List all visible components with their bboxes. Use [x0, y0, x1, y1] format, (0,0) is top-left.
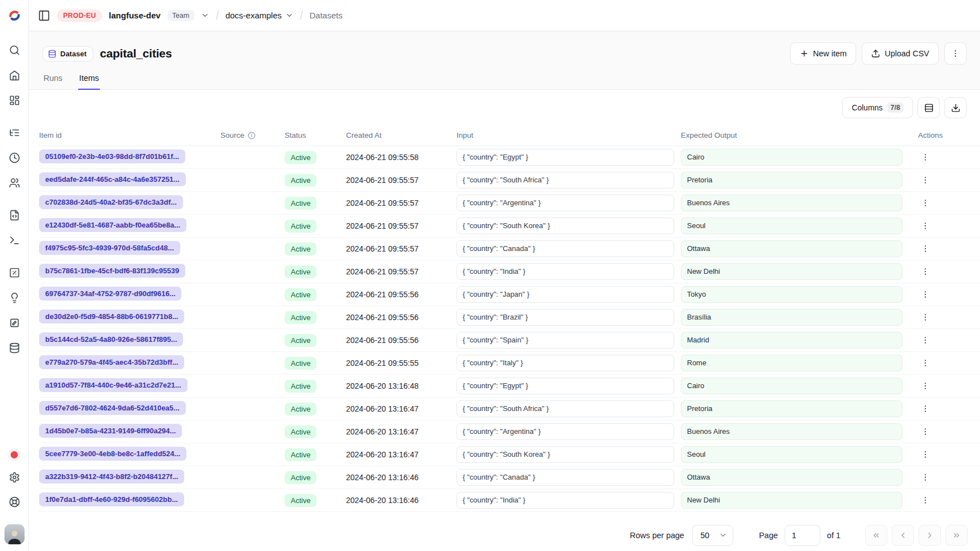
table-row[interactable]: 05109ef0-2e3b-4e03-98dd-8f7d01b61f... Ac…	[39, 146, 980, 169]
upload-csv-button[interactable]: Upload CSV	[862, 42, 939, 65]
item-id-link[interactable]: 69764737-34af-4752-9787-d90df9616...	[39, 287, 181, 301]
item-id-link[interactable]: d557e7d6-7802-4624-9da6-52d410ea5...	[39, 401, 186, 415]
kebab-menu-icon	[921, 496, 930, 505]
table-row[interactable]: 5cee7779-3e00-4eb8-be8c-1affedd524... Ac…	[39, 443, 980, 466]
status-badge: Active	[285, 403, 316, 415]
table-row[interactable]: e12430df-5e81-4687-aabb-f0ea65be8a... Ac…	[39, 215, 980, 238]
input-cell: { "country": "Argentina" }	[457, 423, 674, 440]
row-actions-button[interactable]	[918, 356, 933, 370]
table-row[interactable]: e779a270-579a-4f45-aec4-35b72d3bff... Ac…	[39, 352, 980, 375]
row-actions-button[interactable]	[918, 264, 933, 279]
users-icon[interactable]	[9, 177, 20, 188]
row-actions-button[interactable]	[918, 402, 933, 416]
row-actions-button[interactable]	[918, 470, 933, 485]
item-id-link[interactable]: b5c144cd-52a5-4a80-926e-58617f895...	[39, 332, 183, 346]
sidebar-toggle-icon[interactable]	[38, 9, 50, 22]
row-actions-button[interactable]	[918, 424, 933, 439]
item-id-link[interactable]: 1d45b0e7-b85a-4231-9149-6ff90a294...	[39, 424, 182, 438]
item-id-link[interactable]: e12430df-5e81-4687-aabb-f0ea65be8a...	[39, 218, 186, 232]
project-selector[interactable]: docs-examples	[225, 11, 294, 20]
item-id-link[interactable]: a322b319-9412-4f43-b8f2-b20484127f...	[39, 470, 184, 484]
item-id-link[interactable]: e779a270-579a-4f45-aec4-35b72d3bff...	[39, 355, 184, 369]
last-page-button[interactable]	[945, 525, 968, 546]
rows-per-page-select[interactable]: 50	[692, 525, 733, 546]
table-row[interactable]: eed5dafe-244f-465c-a84c-4a6e357251... Ac…	[39, 169, 980, 192]
info-icon[interactable]	[248, 132, 256, 139]
table-row[interactable]: de30d2e0-f5d9-4854-88b6-0619771b8... Act…	[39, 306, 980, 329]
item-id-link[interactable]: 5cee7779-3e00-4eb8-be8c-1affedd524...	[39, 447, 186, 461]
plus-icon	[800, 49, 809, 58]
home-icon[interactable]	[9, 70, 20, 81]
playground-icon[interactable]	[9, 235, 20, 246]
status-badge: Active	[285, 471, 316, 484]
user-avatar[interactable]	[4, 524, 25, 544]
table-row[interactable]: 69764737-34af-4752-9787-d90df9616... Act…	[39, 283, 980, 306]
table-row[interactable]: 1f0e7da1-dbff-4e60-929d-f6095602bb... Ac…	[39, 489, 980, 512]
tab-items[interactable]: Items	[78, 74, 100, 90]
rows-icon	[924, 103, 934, 113]
row-actions-button[interactable]	[918, 150, 933, 165]
search-icon[interactable]	[9, 45, 20, 56]
status-badge: Active	[285, 494, 316, 507]
table-row[interactable]: a322b319-9412-4f43-b8f2-b20484127f... Ac…	[39, 466, 980, 489]
previous-page-button[interactable]	[892, 525, 914, 546]
item-id-link[interactable]: f4975c95-5fc3-4939-970d-58fa5cd48...	[39, 241, 180, 255]
prompts-icon[interactable]	[9, 210, 20, 221]
table-row[interactable]: 1d45b0e7-b85a-4231-9149-6ff90a294... Act…	[39, 420, 980, 443]
org-chevron-down-icon[interactable]	[201, 11, 209, 20]
breadcrumb-separator: /	[216, 8, 219, 23]
settings-icon[interactable]	[9, 472, 20, 483]
annotation-icon[interactable]	[9, 317, 20, 328]
tracing-icon[interactable]	[9, 127, 20, 138]
dataset-menu-button[interactable]	[944, 42, 967, 65]
tab-runs[interactable]: Runs	[42, 74, 64, 90]
row-actions-button[interactable]	[918, 196, 933, 210]
support-icon[interactable]	[9, 496, 20, 508]
table-row[interactable]: d557e7d6-7802-4624-9da6-52d410ea5... Act…	[39, 398, 980, 420]
column-header-item-id: Item id	[39, 131, 220, 139]
export-button[interactable]	[944, 97, 967, 118]
table-row[interactable]: f4975c95-5fc3-4939-970d-58fa5cd48... Act…	[39, 238, 980, 260]
row-actions-button[interactable]	[918, 379, 933, 393]
langfuse-logo[interactable]	[8, 9, 21, 22]
row-actions-button[interactable]	[918, 241, 933, 256]
item-id-link[interactable]: eed5dafe-244f-465c-a84c-4a6e357251...	[39, 172, 186, 186]
first-page-button[interactable]	[865, 525, 887, 546]
kebab-menu-icon	[921, 244, 930, 253]
breadcrumb-section[interactable]: Datasets	[310, 11, 343, 20]
recording-indicator[interactable]	[11, 451, 18, 458]
org-role-badge[interactable]: Team	[167, 10, 195, 21]
upload-icon	[871, 49, 880, 58]
next-page-button[interactable]	[919, 525, 941, 546]
item-id-link[interactable]: 05109ef0-2e3b-4e03-98dd-8f7d01b61f...	[39, 149, 185, 163]
row-actions-button[interactable]	[918, 310, 933, 325]
insights-icon[interactable]	[9, 292, 20, 303]
table-row[interactable]: a1910d57-7f84-440c-9e46-a31c2d7e21... Ac…	[39, 375, 980, 398]
item-id-link[interactable]: b75c7861-1fbe-45cf-bdf6-83f139c95539	[39, 264, 185, 278]
row-actions-button[interactable]	[918, 447, 933, 462]
org-name[interactable]: langfuse-dev	[109, 11, 161, 20]
sessions-icon[interactable]	[9, 152, 20, 163]
row-actions-button[interactable]	[918, 173, 933, 187]
evaluation-icon[interactable]	[9, 267, 20, 278]
new-item-button[interactable]: New item	[790, 42, 856, 65]
expected-output-cell: Ottawa	[681, 240, 902, 257]
row-actions-button[interactable]	[918, 219, 933, 233]
page-number-input[interactable]	[785, 525, 820, 546]
item-id-link[interactable]: de30d2e0-f5d9-4854-88b6-0619771b8...	[39, 310, 184, 323]
datasets-icon[interactable]	[9, 342, 20, 354]
item-id-link[interactable]: c702838d-24d5-40a2-bf35-67dc3a3df...	[39, 195, 183, 209]
row-actions-button[interactable]	[918, 287, 933, 302]
column-header-expected-output: Expected Output	[681, 131, 918, 139]
table-row[interactable]: c702838d-24d5-40a2-bf35-67dc3a3df... Act…	[39, 192, 980, 215]
item-id-link[interactable]: 1f0e7da1-dbff-4e60-929d-f6095602bb...	[39, 492, 184, 506]
item-id-link[interactable]: a1910d57-7f84-440c-9e46-a31c2d7e21...	[39, 378, 188, 392]
row-height-button[interactable]	[917, 97, 940, 118]
table-row[interactable]: b5c144cd-52a5-4a80-926e-58617f895... Act…	[39, 329, 980, 352]
row-actions-button[interactable]	[918, 493, 933, 508]
table-row[interactable]: b75c7861-1fbe-45cf-bdf6-83f139c95539 Act…	[39, 260, 980, 283]
dashboard-icon[interactable]	[9, 95, 20, 106]
column-header-source: Source	[220, 131, 285, 139]
columns-button[interactable]: Columns 7/8	[842, 97, 913, 118]
row-actions-button[interactable]	[918, 333, 933, 347]
